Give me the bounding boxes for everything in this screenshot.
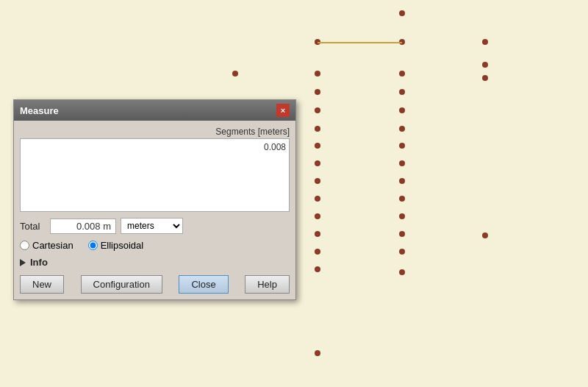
info-triangle-icon [20, 259, 26, 266]
units-select[interactable]: meters kilometers feet miles [121, 218, 183, 234]
map-dot [399, 126, 405, 132]
cartesian-label: Cartesian [32, 240, 74, 251]
map-dot [315, 196, 320, 202]
map-dot [315, 266, 320, 272]
segments-box: 0.008 [20, 138, 290, 212]
map-dot [315, 350, 320, 356]
map-dot [399, 89, 405, 95]
total-label: Total [20, 221, 46, 232]
total-row: Total 0.008 m meters kilometers feet mil… [20, 218, 290, 234]
cartesian-radio-label[interactable]: Cartesian [20, 240, 74, 251]
dialog-titlebar: Measure × [14, 100, 295, 121]
info-label: Info [30, 257, 48, 268]
segments-value: 0.008 [264, 142, 286, 152]
map-dot [315, 143, 320, 149]
new-button[interactable]: New [20, 275, 64, 294]
button-row: New Configuration Close Help [20, 275, 290, 294]
map-dot [232, 71, 238, 77]
segments-label: Segments [meters] [20, 127, 290, 137]
map-dot [399, 10, 405, 16]
map-dot [399, 143, 405, 149]
ellipsoidal-radio[interactable] [88, 241, 98, 250]
close-button[interactable]: Close [179, 275, 228, 294]
ellipsoidal-radio-label[interactable]: Ellipsoidal [88, 240, 144, 251]
map-dot [315, 231, 320, 237]
map-dot [315, 71, 320, 77]
map-dot [315, 107, 320, 113]
map-dot [315, 160, 320, 166]
info-row[interactable]: Info [20, 257, 290, 268]
map-dot [315, 249, 320, 255]
map-dot [399, 231, 405, 237]
map-dot [399, 71, 405, 77]
map-dot [482, 75, 488, 81]
map-dot [399, 249, 405, 255]
map-dot [399, 213, 405, 219]
map-dot [315, 126, 320, 132]
map-dot [399, 107, 405, 113]
configuration-button[interactable]: Configuration [81, 275, 162, 294]
dialog-close-button[interactable]: × [276, 104, 290, 117]
map-dot [482, 232, 488, 238]
radio-row: Cartesian Ellipsoidal [20, 240, 290, 251]
map-dot [315, 178, 320, 184]
dialog-title: Measure [20, 105, 59, 116]
measure-line [318, 42, 402, 43]
map-dot [399, 196, 405, 202]
map-dot [315, 89, 320, 95]
ellipsoidal-label: Ellipsoidal [101, 240, 144, 251]
map-dot [482, 62, 488, 68]
cartesian-radio[interactable] [20, 241, 29, 250]
map-dot [399, 269, 405, 275]
measure-dialog: Measure × Segments [meters] 0.008 Total … [13, 99, 296, 300]
total-value: 0.008 m [50, 219, 116, 234]
map-dot [315, 213, 320, 219]
help-button[interactable]: Help [245, 275, 290, 294]
map-dot [399, 178, 405, 184]
map-dot [399, 160, 405, 166]
map-dot [482, 39, 488, 45]
dialog-body: Segments [meters] 0.008 Total 0.008 m me… [14, 121, 295, 299]
